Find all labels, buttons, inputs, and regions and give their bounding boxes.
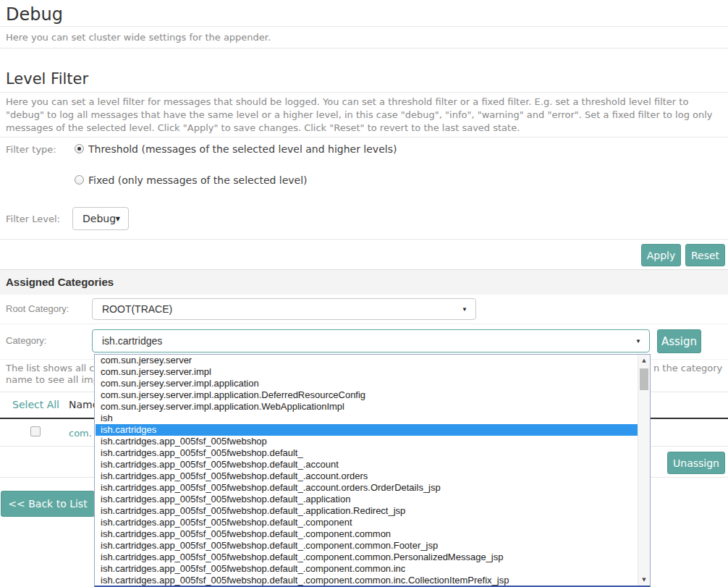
chevron-down-icon: ▼ bbox=[635, 338, 641, 345]
scrollbar-thumb[interactable] bbox=[640, 368, 648, 390]
category-dropdown: com.sun.jersey.servercom.sun.jersey.serv… bbox=[94, 354, 651, 587]
filter-type-label: Filter type: bbox=[6, 144, 56, 155]
category-option[interactable]: com.sun.jersey.server.impl.application.D… bbox=[96, 389, 638, 401]
category-option[interactable]: ish.cartridges.app_005fsf_005fwebshop.de… bbox=[96, 517, 638, 528]
category-option[interactable]: ish.cartridges.app_005fsf_005fwebshop.de… bbox=[96, 575, 638, 586]
apply-button[interactable]: Apply bbox=[641, 244, 681, 266]
unassign-button[interactable]: Unassign bbox=[667, 452, 725, 474]
reset-button[interactable]: Reset bbox=[685, 244, 725, 266]
category-option[interactable]: ish.cartridges.app_005fsf_005fwebshop.de… bbox=[96, 563, 638, 575]
category-option[interactable]: com.sun.jersey.server.impl bbox=[96, 366, 638, 378]
category-value: ish.cartridges bbox=[102, 335, 162, 347]
filter-type-fixed-label: Fixed (only messages of the selected lev… bbox=[88, 174, 308, 186]
category-option[interactable]: ish bbox=[96, 413, 638, 424]
category-select[interactable]: ish.cartridges ▼ bbox=[92, 329, 650, 352]
category-option[interactable]: com.sun.jersey.server.impl.application.W… bbox=[96, 401, 638, 413]
category-option[interactable]: ish.cartridges.app_005fsf_005fwebshop.de… bbox=[96, 552, 638, 563]
dropdown-scrollbar[interactable]: ▲ ▼ bbox=[638, 355, 650, 586]
select-all-link[interactable]: Select All bbox=[12, 399, 59, 410]
assigned-categories-header: Assigned Categories bbox=[0, 270, 728, 295]
scroll-up-icon[interactable]: ▲ bbox=[638, 355, 650, 366]
filter-level-value: Debug bbox=[82, 213, 116, 224]
assign-button[interactable]: Assign bbox=[657, 329, 701, 353]
category-option[interactable]: ish.cartridges bbox=[96, 424, 638, 436]
divider bbox=[0, 324, 728, 324]
category-list-hint-line1: The list shows all categories bbox=[6, 363, 95, 373]
back-to-list-button[interactable]: << Back to List bbox=[1, 491, 95, 517]
category-option[interactable]: ish.cartridges.app_005fsf_005fwebshop.de… bbox=[96, 482, 638, 494]
category-row-link[interactable]: com. bbox=[69, 428, 93, 439]
category-label: Category: bbox=[6, 335, 46, 346]
category-dropdown-list: com.sun.jersey.servercom.sun.jersey.serv… bbox=[96, 355, 638, 586]
divider bbox=[0, 137, 728, 138]
assigned-categories-heading: Assigned Categories bbox=[6, 276, 114, 288]
filter-type-threshold-label: Threshold (messages of the selected leve… bbox=[88, 143, 397, 155]
level-filter-description: Here you can set a level filter for mess… bbox=[6, 96, 724, 135]
category-list-hint-line2: name to see all implied bbox=[6, 374, 95, 385]
debug-settings-page: Debug Here you can set cluster wide sett… bbox=[0, 0, 728, 587]
level-filter-heading: Level Filter bbox=[6, 69, 88, 88]
root-category-value: ROOT(TRACE) bbox=[102, 303, 172, 315]
row-checkbox[interactable] bbox=[30, 426, 41, 436]
root-category-label: Root Category: bbox=[6, 303, 69, 314]
category-option[interactable]: com.sun.jersey.server bbox=[96, 355, 638, 366]
divider bbox=[0, 239, 728, 240]
category-option[interactable]: ish.cartridges.app_005fsf_005fwebshop.de… bbox=[96, 447, 638, 459]
root-category-select[interactable]: ROOT(TRACE) ▼ bbox=[92, 298, 476, 320]
filter-level-select[interactable]: Debug ▼ bbox=[72, 207, 129, 230]
category-option[interactable]: ish.cartridges.app_005fsf_005fwebshop.de… bbox=[96, 505, 638, 517]
category-option[interactable]: com.sun.jersey.server.impl.application bbox=[96, 378, 638, 389]
chevron-down-icon: ▼ bbox=[116, 216, 120, 222]
filter-type-fixed-radio[interactable] bbox=[75, 175, 84, 185]
divider bbox=[0, 26, 728, 27]
category-option[interactable]: ish.cartridges.app_005fsf_005fwebshop.de… bbox=[96, 540, 638, 552]
category-option[interactable]: ish.cartridges.app_005fsf_005fwebshop bbox=[96, 436, 638, 447]
page-title: Debug bbox=[6, 4, 63, 25]
category-option[interactable]: ish.cartridges.app_005fsf_005fwebshop.de… bbox=[96, 494, 638, 505]
category-option[interactable]: ish.cartridges.app_005fsf_005fwebshop.de… bbox=[96, 470, 638, 482]
filter-type-threshold-radio[interactable] bbox=[75, 144, 84, 153]
filter-level-label: Filter Level: bbox=[6, 214, 60, 224]
page-subtitle: Here you can set cluster wide settings f… bbox=[6, 32, 271, 43]
chevron-down-icon: ▼ bbox=[462, 306, 467, 313]
divider bbox=[0, 92, 728, 93]
category-list-hint-line1-right: n the category bbox=[653, 363, 722, 373]
category-option[interactable]: ish.cartridges.app_005fsf_005fwebshop.de… bbox=[96, 459, 638, 470]
divider bbox=[0, 48, 728, 48]
category-option[interactable]: ish.cartridges.app_005fsf_005fwebshop.de… bbox=[96, 528, 638, 540]
scroll-down-icon[interactable]: ▼ bbox=[638, 574, 650, 586]
